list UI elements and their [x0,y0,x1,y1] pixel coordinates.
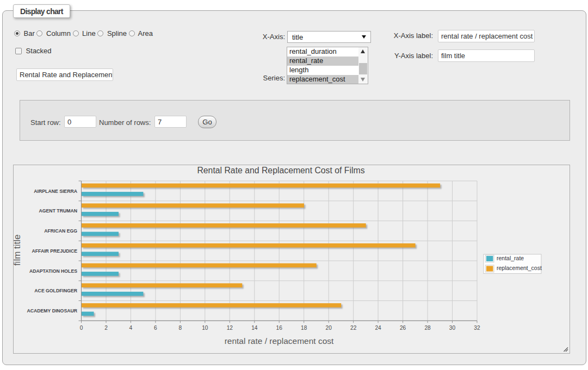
svg-text:ADAPTATION HOLES: ADAPTATION HOLES [29,268,77,274]
svg-text:AFFAIR PREJUDICE: AFFAIR PREJUDICE [32,248,77,254]
svg-text:20: 20 [326,325,332,331]
svg-text:6: 6 [154,325,157,331]
svg-text:AGENT TRUMAN: AGENT TRUMAN [39,208,77,214]
svg-text:16: 16 [276,325,283,331]
svg-text:ACE GOLDFINGER: ACE GOLDFINGER [34,288,77,293]
svg-text:28: 28 [424,325,431,331]
svg-text:rental_rate: rental_rate [497,255,524,261]
svg-text:10: 10 [202,325,208,331]
svg-text:film title: film title [14,234,22,266]
svg-text:rental rate / replacement cost: rental rate / replacement cost [225,336,334,346]
svg-text:8: 8 [179,325,182,331]
svg-text:18: 18 [301,325,307,331]
svg-text:4: 4 [129,325,133,331]
svg-text:2: 2 [104,325,108,331]
svg-text:ACADEMY DINOSAUR: ACADEMY DINOSAUR [27,308,77,313]
svg-text:AIRPLANE SIERRA: AIRPLANE SIERRA [34,189,77,194]
svg-text:32: 32 [474,325,480,331]
svg-text:12: 12 [227,325,233,331]
svg-text:22: 22 [350,325,357,331]
svg-text:14: 14 [251,325,258,331]
svg-text:0: 0 [80,325,83,331]
svg-text:Rental Rate and Replacement Co: Rental Rate and Replacement Cost of Film… [197,166,364,175]
svg-text:24: 24 [375,325,381,331]
svg-text:26: 26 [400,325,406,331]
svg-text:AFRICAN EGG: AFRICAN EGG [44,228,77,234]
svg-text:30: 30 [449,325,456,331]
svg-text:replacement_cost: replacement_cost [497,265,542,271]
